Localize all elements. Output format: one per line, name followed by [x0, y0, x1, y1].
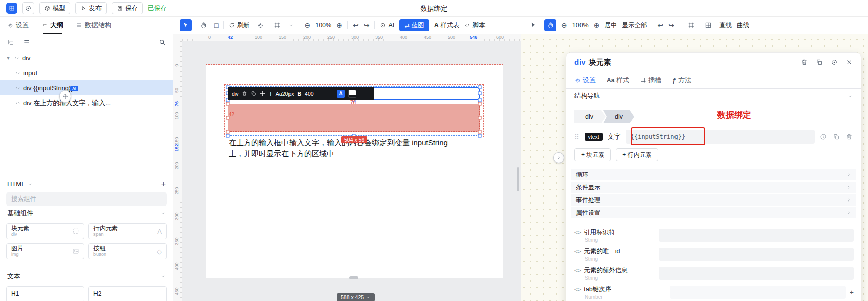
extra-info-input[interactable] — [659, 267, 854, 280]
center-view-button[interactable]: 居中 — [604, 21, 617, 30]
align-right-icon[interactable]: ≡ — [330, 91, 333, 97]
fill-color-swatch[interactable] — [348, 90, 356, 98]
tab-outline[interactable]: 大纲 — [42, 17, 63, 34]
tab-settings[interactable]: 设置 — [7, 17, 29, 34]
section-loop[interactable]: 循环 — [571, 169, 856, 180]
select-tool-button[interactable] — [527, 19, 539, 31]
tab-data-structure[interactable]: 数据结构 — [76, 17, 111, 34]
tab-style[interactable]: Aa样式 — [607, 76, 629, 85]
tree-item-div-inputstring[interactable]: div {{inputString}} — [0, 80, 173, 95]
resize-handle[interactable] — [478, 86, 482, 89]
chevron-down-icon[interactable] — [161, 211, 166, 216]
hand-tool-button[interactable] — [544, 19, 556, 31]
ai-button[interactable]: AI — [380, 22, 394, 29]
delete-icon[interactable] — [846, 133, 853, 140]
vtext-value-input[interactable]: {{inputString}} — [626, 130, 815, 144]
duplicate-icon[interactable] — [816, 59, 823, 66]
delete-element-icon[interactable] — [242, 91, 247, 96]
tab-slot[interactable]: 插槽 — [640, 76, 661, 85]
group-resize-handle[interactable] — [478, 134, 482, 138]
undo-button[interactable]: ↩ — [353, 21, 359, 29]
refresh-button[interactable]: 刷新 — [229, 21, 249, 30]
ai-cursor[interactable]: AI — [59, 90, 72, 104]
drag-handle-icon[interactable]: ⠿ — [574, 133, 580, 141]
caret-down-icon[interactable]: ▾ — [5, 55, 11, 61]
component-card-button[interactable]: 按钮 button ◇ — [88, 243, 167, 259]
stepper-plus-button[interactable]: + — [850, 289, 854, 296]
chevron-down-icon[interactable] — [288, 23, 294, 28]
tree-structure-icon[interactable] — [7, 39, 14, 46]
resize-handle-red[interactable] — [226, 130, 230, 134]
tree-list-icon[interactable] — [23, 39, 30, 46]
zoom-level[interactable]: 100% — [315, 22, 331, 29]
breadcrumb-item-current[interactable]: div — [603, 110, 634, 123]
add-component-button[interactable]: + — [161, 180, 166, 188]
hand-tool-button[interactable] — [197, 19, 209, 31]
zoom-in-button[interactable]: ⊕ — [594, 21, 600, 29]
resize-handle-red[interactable] — [478, 102, 482, 106]
search-icon[interactable] — [159, 39, 166, 46]
close-icon[interactable] — [846, 59, 853, 66]
basic-section-header[interactable]: 基础组件 — [0, 206, 173, 220]
add-block-element-button[interactable]: + 块元素 — [574, 148, 611, 161]
locate-icon[interactable] — [831, 59, 838, 66]
save-button[interactable]: 保存 — [112, 2, 143, 14]
grid-view-button[interactable] — [702, 19, 714, 31]
section-properties[interactable]: 属性设置 — [571, 207, 856, 218]
stylesheet-button[interactable]: A样式表 — [434, 21, 460, 30]
text-color-button[interactable]: A — [337, 90, 345, 98]
unique-id-input[interactable] — [659, 248, 854, 261]
tree-item-div-root[interactable]: ▾ div — [0, 50, 173, 65]
structure-nav-header[interactable]: 结构导航 — [566, 89, 861, 104]
resize-handle[interactable] — [478, 98, 482, 102]
straight-line-button[interactable]: 直线 — [719, 21, 732, 30]
component-card-span[interactable]: 行内元素 span A — [88, 223, 167, 239]
component-card-div[interactable]: 块元素 div — [6, 223, 84, 239]
delete-icon[interactable] — [801, 59, 808, 66]
fit-all-button[interactable]: 显示全部 — [622, 21, 647, 30]
canvas-settings-button[interactable] — [254, 19, 266, 31]
artboard-size-badge[interactable]: 588 x 425 — [337, 293, 375, 301]
chevron-down-icon[interactable] — [161, 274, 166, 279]
zoom-out-button[interactable]: ⊖ — [304, 21, 310, 29]
artboard-resize-handle[interactable] — [349, 276, 358, 279]
component-card-img[interactable]: 图片 img — [6, 243, 84, 259]
duplicate-icon[interactable] — [833, 133, 840, 140]
component-card-h2[interactable]: H2 — [88, 286, 167, 301]
canvas-div-element[interactable] — [228, 104, 480, 132]
resize-handle-red[interactable] — [478, 116, 482, 120]
script-button[interactable]: 脚本 — [464, 21, 485, 30]
resize-handle[interactable] — [478, 92, 482, 95]
component-card-h1[interactable]: H1 — [6, 286, 84, 301]
rect-tool-button[interactable]: □ — [214, 21, 218, 29]
group-resize-handle[interactable] — [226, 134, 230, 138]
zoom-in-button[interactable]: ⊕ — [336, 21, 342, 29]
frame-button[interactable] — [271, 19, 283, 31]
publish-button[interactable]: 发布 — [75, 2, 107, 14]
stepper-minus-button[interactable]: — — [659, 289, 666, 296]
undo-button[interactable]: ↩ — [657, 21, 663, 29]
model-button[interactable]: 模型 — [39, 2, 70, 14]
tab-settings[interactable]: 设置 — [574, 76, 596, 85]
home-button[interactable] — [6, 3, 17, 14]
canvas-scrollbar[interactable] — [517, 167, 519, 191]
frame-view-button[interactable] — [685, 19, 697, 31]
font-size-control[interactable]: Aa20px — [276, 91, 294, 97]
resize-handle-red[interactable] — [478, 130, 482, 134]
curve-line-button[interactable]: 曲线 — [737, 21, 749, 30]
component-search-input[interactable] — [11, 195, 162, 203]
tab-index-input[interactable] — [670, 286, 846, 299]
blueprint-button[interactable]: ⇄蓝图 — [399, 19, 429, 31]
align-center-icon[interactable]: ≡ — [324, 91, 327, 97]
add-inline-element-button[interactable]: + 行内元素 — [616, 148, 658, 161]
text-section-header[interactable]: 文本 — [0, 269, 173, 283]
duplicate-element-icon[interactable] — [251, 91, 256, 96]
zoom-out-button[interactable]: ⊖ — [561, 21, 567, 29]
align-left-icon[interactable]: ≡ — [317, 91, 320, 97]
select-tool-button[interactable] — [180, 19, 192, 31]
bold-button[interactable]: B — [297, 91, 301, 97]
resize-handle-red[interactable] — [226, 102, 230, 106]
redo-button[interactable]: ↪ — [668, 21, 674, 29]
chevron-down-icon[interactable] — [28, 182, 33, 187]
ref-id-input[interactable] — [659, 229, 854, 242]
